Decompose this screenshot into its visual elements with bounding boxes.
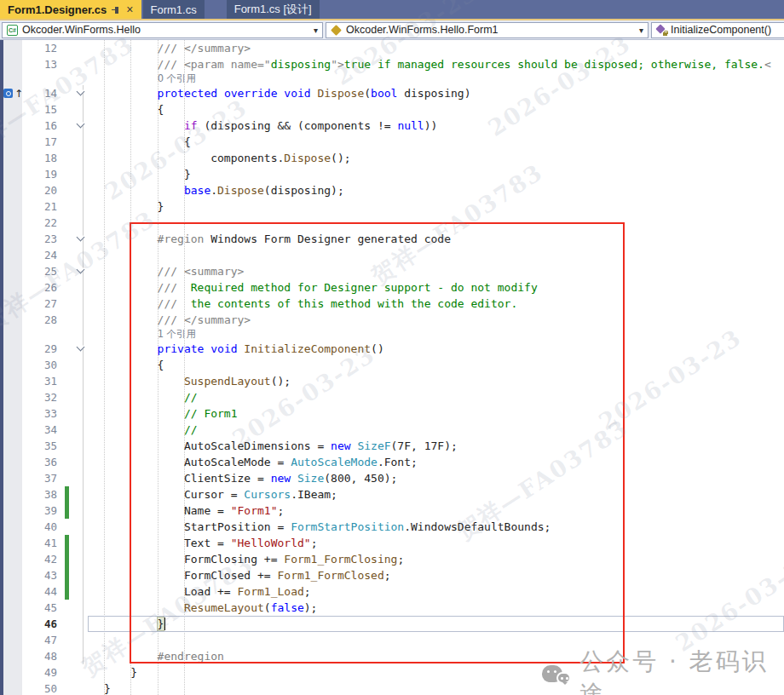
code-line[interactable]: 50} <box>0 681 784 695</box>
code-line[interactable]: 32// <box>0 389 784 405</box>
code-line[interactable]: 43FormClosed += Form1_FormClosed; <box>0 567 784 583</box>
line-number: 17 <box>22 134 65 150</box>
collapse-chevron-icon[interactable] <box>77 233 85 242</box>
code-line[interactable]: 16if (disposing && (components != null)) <box>0 118 784 134</box>
code-line[interactable]: 24 <box>0 247 784 263</box>
code-line[interactable]: 47 <box>0 632 784 648</box>
glyph-margin-cell <box>0 312 22 328</box>
glyph-margin-cell <box>0 215 22 231</box>
code-line[interactable]: 19} <box>0 166 784 182</box>
pin-icon[interactable] <box>112 5 121 14</box>
change-tracking-bar <box>65 535 73 551</box>
collapse-chevron-icon[interactable] <box>77 266 85 274</box>
glyph-margin-cell <box>0 296 22 312</box>
code-text: ResumeLayout(false); <box>92 600 784 616</box>
line-number: 30 <box>22 357 65 373</box>
line-number: 50 <box>22 681 65 695</box>
code-line[interactable]: 25/// <summary> <box>0 263 784 279</box>
tab-label: Form1.cs [设计] <box>234 2 312 17</box>
line-number: 25 <box>22 263 65 279</box>
glyph-margin-cell <box>0 567 22 583</box>
fold-gutter <box>73 616 92 632</box>
fold-gutter <box>73 85 92 101</box>
code-line[interactable]: 27/// the contents of this method with t… <box>0 296 784 312</box>
type-dropdown[interactable]: Okcoder.WinForms.Hello.Form1 ▾ <box>326 22 649 38</box>
fold-gutter <box>73 312 92 328</box>
code-line[interactable]: 31SuspendLayout(); <box>0 373 784 389</box>
code-line[interactable]: 15{ <box>0 101 784 118</box>
fold-gutter <box>73 150 92 166</box>
code-line[interactable]: 34// <box>0 422 784 438</box>
code-line[interactable]: 17{ <box>0 134 784 150</box>
close-icon[interactable]: × <box>126 3 133 15</box>
glyph-margin-cell <box>0 664 22 681</box>
code-text: if (disposing && (components != null)) <box>92 118 784 134</box>
fold-gutter <box>73 182 92 198</box>
code-line[interactable]: 28/// </summary> <box>0 312 784 328</box>
project-dropdown[interactable]: C# Okcoder.WinForms.Hello ▾ <box>2 22 323 38</box>
code-line[interactable]: 38Cursor = Cursors.IBeam; <box>0 486 784 503</box>
code-line[interactable]: 18components.Dispose(); <box>0 150 784 166</box>
code-line[interactable]: 49} <box>0 664 784 681</box>
glyph-margin-cell <box>0 134 22 150</box>
line-number: 49 <box>22 664 65 681</box>
fold-gutter <box>73 134 92 150</box>
chevron-down-icon[interactable]: ▾ <box>639 26 643 35</box>
tab-form1-cs[interactable]: Form1.cs <box>143 0 205 19</box>
glyph-margin-cell <box>0 231 22 247</box>
code-line[interactable]: 26/// Required method for Designer suppo… <box>0 279 784 296</box>
code-line[interactable]: 48#endregion <box>0 648 784 664</box>
fold-gutter <box>73 551 92 567</box>
code-line[interactable]: 41Text = "HelloWorld"; <box>0 535 784 551</box>
code-line[interactable]: 20base.Dispose(disposing); <box>0 182 784 198</box>
line-number: 48 <box>22 648 65 664</box>
code-line[interactable]: 37ClientSize = new Size(800, 450); <box>0 470 784 486</box>
tab-form1-cs-design[interactable]: Form1.cs [设计] <box>227 0 320 19</box>
code-editor[interactable]: 12/// </summary>13/// <param name="dispo… <box>0 40 784 695</box>
line-number: 31 <box>22 373 65 389</box>
fold-gutter <box>73 486 92 503</box>
code-line[interactable]: 35AutoScaleDimensions = new SizeF(7F, 17… <box>0 438 784 454</box>
code-line[interactable]: 36AutoScaleMode = AutoScaleMode.Font; <box>0 454 784 470</box>
glyph-margin-cell <box>0 341 22 357</box>
code-line[interactable]: 13/// <param name="disposing">true if ma… <box>0 56 784 72</box>
glyph-margin-cell <box>0 166 22 182</box>
code-line[interactable]: 22 <box>0 215 784 231</box>
code-line[interactable]: 45ResumeLayout(false); <box>0 600 784 616</box>
code-line[interactable]: 42FormClosing += Form1_FormClosing; <box>0 551 784 567</box>
code-text: { <box>92 357 784 373</box>
collapse-chevron-icon[interactable] <box>77 343 85 352</box>
code-line[interactable]: 46} <box>0 616 784 632</box>
code-line[interactable]: 21} <box>0 198 784 215</box>
code-line[interactable]: 30{ <box>0 357 784 373</box>
code-line[interactable]: ↑14protected override void Dispose(bool … <box>0 85 784 101</box>
code-line[interactable]: 44Load += Form1_Load; <box>0 583 784 600</box>
code-text: /// the contents of this method with the… <box>92 296 784 312</box>
codelens-references[interactable]: 1 个引用 <box>92 328 784 341</box>
code-text: } <box>92 616 784 632</box>
fold-gutter <box>73 215 92 231</box>
code-line[interactable]: 12/// </summary> <box>0 40 784 56</box>
code-text: protected override void Dispose(bool dis… <box>92 85 784 101</box>
line-number: 32 <box>22 389 65 405</box>
collapse-chevron-icon[interactable] <box>77 120 85 129</box>
code-line[interactable]: 23#region Windows Form Designer generate… <box>0 231 784 247</box>
glyph-margin-cell <box>0 40 22 56</box>
code-text: /// <summary> <box>92 263 784 279</box>
codelens-references[interactable]: 0 个引用 <box>92 72 784 85</box>
line-number: 27 <box>22 296 65 312</box>
fold-gutter <box>73 263 92 279</box>
collapse-chevron-icon[interactable] <box>77 88 85 96</box>
code-line[interactable]: 29private void InitializeComponent() <box>0 341 784 357</box>
member-dropdown[interactable]: InitializeComponent() <box>651 22 784 38</box>
tab-form1-designer-cs[interactable]: Form1.Designer.cs × <box>0 0 141 19</box>
chevron-down-icon[interactable]: ▾ <box>314 26 318 35</box>
code-line[interactable]: 39Name = "Form1"; <box>0 503 784 519</box>
glyph-margin-cell <box>0 357 22 373</box>
code-line[interactable]: 33// Form1 <box>0 405 784 422</box>
code-text: FormClosing += Form1_FormClosing; <box>92 551 784 567</box>
codelens-row: 1 个引用 <box>0 328 784 341</box>
code-text: private void InitializeComponent() <box>92 341 784 357</box>
code-line[interactable]: 40StartPosition = FormStartPosition.Wind… <box>0 519 784 535</box>
glyph-margin-cell <box>0 648 22 664</box>
